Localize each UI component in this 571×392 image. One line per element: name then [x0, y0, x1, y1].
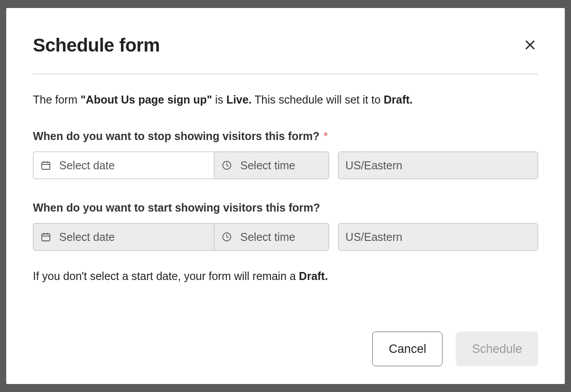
stop-timezone-select[interactable]: US/Eastern — [338, 152, 538, 179]
start-timezone-select[interactable]: US/Eastern — [338, 223, 538, 251]
cancel-button[interactable]: Cancel — [372, 332, 442, 366]
helper-text: If you don't select a start date, your f… — [33, 268, 538, 284]
svg-line-8 — [227, 165, 229, 166]
desc-mid1: is — [212, 93, 226, 106]
calendar-icon — [40, 160, 51, 171]
modal-title: Schedule form — [33, 35, 160, 56]
helper-status: Draft. — [299, 270, 328, 282]
start-date-time-group: Select date Select time — [33, 223, 329, 251]
close-button[interactable] — [522, 37, 538, 54]
start-time-placeholder: Select time — [240, 231, 295, 244]
schedule-button[interactable]: Schedule — [456, 332, 538, 366]
desc-form-name: "About Us page sign up" — [80, 93, 212, 106]
start-date-placeholder: Select date — [59, 231, 115, 244]
clock-icon — [221, 160, 232, 171]
stop-time-placeholder: Select time — [240, 159, 295, 172]
svg-line-15 — [227, 237, 229, 238]
clock-icon — [221, 232, 232, 242]
start-date-input[interactable]: Select date — [33, 223, 214, 251]
stop-date-input[interactable]: Select date — [33, 152, 214, 179]
modal-footer: Cancel Schedule — [33, 314, 538, 366]
schedule-form-modal: Schedule form The form "About Us page si… — [6, 8, 565, 384]
stop-time-input[interactable]: Select time — [214, 152, 329, 179]
svg-rect-2 — [42, 162, 50, 169]
start-time-input[interactable]: Select time — [214, 223, 329, 251]
desc-target-status: Draft. — [384, 93, 413, 106]
desc-prefix: The form — [33, 93, 80, 106]
calendar-icon — [40, 232, 51, 242]
stop-input-row: Select date Select time US/Eastern — [33, 152, 538, 179]
desc-status: Live. — [226, 93, 252, 106]
start-timezone-value: US/Eastern — [346, 231, 402, 244]
start-showing-label: When do you want to start showing visito… — [33, 201, 538, 214]
helper-prefix: If you don't select a start date, your f… — [33, 270, 299, 282]
stop-label-text: When do you want to stop showing visitor… — [33, 130, 319, 142]
start-input-row: Select date Select time US/Eastern — [33, 223, 538, 251]
close-icon — [524, 39, 536, 52]
svg-rect-9 — [42, 234, 50, 241]
desc-mid2: This schedule will set it to — [252, 93, 384, 106]
stop-showing-label: When do you want to stop showing visitor… — [33, 130, 538, 143]
stop-date-placeholder: Select date — [59, 159, 115, 172]
modal-description: The form "About Us page sign up" is Live… — [33, 92, 538, 108]
stop-date-time-group: Select date Select time — [33, 152, 329, 179]
modal-header: Schedule form — [33, 35, 538, 74]
start-label-text: When do you want to start showing visito… — [33, 201, 320, 214]
required-indicator: * — [323, 130, 328, 142]
stop-timezone-value: US/Eastern — [346, 159, 402, 172]
